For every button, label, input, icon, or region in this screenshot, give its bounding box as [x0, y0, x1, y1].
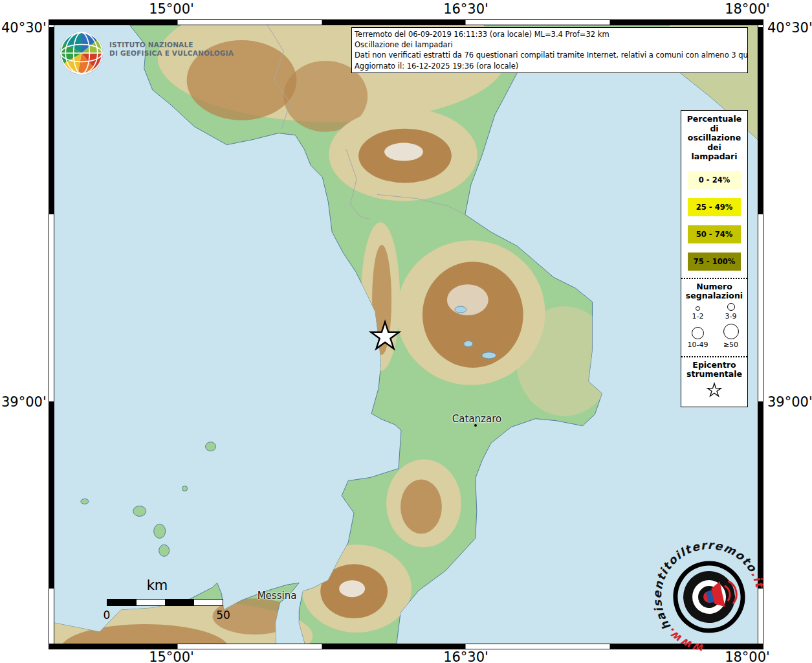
- siren-target-icon: www.haisentitoilterremoto.it: [634, 522, 784, 663]
- frame-tick-band-left: [49, 20, 54, 649]
- axis-label-lat: 40°30': [767, 20, 812, 36]
- signal-size-item: 10-49: [681, 324, 714, 349]
- event-effect-line: Oscillazione dei lampadari: [355, 39, 745, 50]
- signal-size-item: 3-9: [714, 303, 747, 320]
- axis-label-lon: 18°00': [725, 649, 770, 663]
- signal-size-label: 3-9: [725, 312, 737, 320]
- scalebar-segment: [194, 600, 223, 605]
- signal-size-label: ≥50: [723, 341, 738, 349]
- event-info-box: Terremoto del 06-09-2019 16:11:33 (ora l…: [351, 27, 748, 73]
- lake-cecita: [455, 306, 466, 313]
- signal-size-item: 1-2: [681, 303, 714, 320]
- signal-size-item: ≥50: [714, 324, 747, 349]
- signal-circle-icon: [727, 303, 735, 311]
- event-updated-line: Aggiornato il: 16-12-2025 19:36 (ora loc…: [355, 61, 745, 71]
- event-data-source-line: Dati non verificati estratti da 76 quest…: [355, 50, 745, 60]
- ingv-globe-icon: [60, 31, 104, 75]
- aeolian-island-stromboli: [206, 442, 216, 451]
- scalebar-segment: [107, 600, 137, 605]
- lake-arvo: [464, 341, 473, 346]
- scalebar-segment: [137, 600, 166, 605]
- aeolian-island-panarea: [182, 486, 188, 491]
- scalebar-segment: [165, 600, 194, 605]
- ingv-wordmark-line2: DI GEOFISICA E VULCANOLOGIA: [109, 49, 234, 58]
- aeolian-island-salina: [133, 506, 146, 516]
- legend-title-line: Percentuale: [681, 115, 747, 124]
- scalebar-unit-label: km: [147, 578, 168, 593]
- macroseismic-map-page: 15°00' 16°30' 18°00' 15°00' 16°30' 18°00…: [0, 0, 812, 663]
- axis-label-lon: 18°00': [725, 1, 770, 17]
- legend-title-line: lampadari: [681, 152, 747, 162]
- legend-separator: [681, 356, 747, 357]
- legend-separator: [681, 278, 747, 279]
- axis-label-lon: 16°30': [443, 649, 488, 663]
- axis-label-lat: 39°00': [767, 394, 812, 410]
- lake-ampollino: [482, 352, 496, 359]
- signal-size-grid: 1-2 3-9 10-49 ≥50: [681, 303, 747, 349]
- aeolian-island-lipari: [154, 524, 166, 538]
- axis-label-lat: 40°30': [1, 20, 44, 36]
- frame-tick-band-top: [49, 20, 763, 25]
- terrain-sila-peak: [447, 284, 488, 315]
- ingv-wordmark-line1: ISTITUTO NAZIONALE: [109, 41, 234, 49]
- legend-title-line: di: [681, 124, 747, 134]
- axis-label-lon: 15°00': [149, 1, 194, 17]
- scalebar-max-label: 50: [216, 609, 230, 622]
- signal-circle-icon: [723, 324, 739, 339]
- ingv-logo: ISTITUTO NAZIONALE DI GEOFISICA E VULCAN…: [60, 31, 234, 75]
- signal-circle-icon: [692, 327, 704, 339]
- legend-box: Percentuale di oscillazione dei lampadar…: [681, 110, 748, 407]
- signal-size-label: 10-49: [688, 341, 708, 349]
- city-marker-catanzaro: [474, 424, 477, 427]
- legend-epicenter-title: Epicentro: [681, 361, 747, 370]
- terrain-pollino-peak: [384, 143, 423, 161]
- legend-signals-title: Numero: [681, 282, 747, 292]
- legend-title-line: dei: [681, 143, 747, 153]
- signal-circle-icon: [696, 306, 700, 311]
- scalebar: [107, 599, 223, 606]
- legend-epicenter-title: strumentale: [681, 370, 747, 379]
- city-label-catanzaro: Catanzaro: [452, 413, 501, 425]
- city-label-messina: Messina: [258, 590, 297, 601]
- epicenter-star-icon: [705, 382, 724, 399]
- legend-class-swatch: 75 - 100%: [688, 253, 741, 271]
- aeolian-island-vulcano: [159, 545, 170, 556]
- terrain-serre: [401, 480, 442, 534]
- legend-title-line: oscillazione: [681, 133, 747, 143]
- haisentitoilterremoto-logo: www.haisentitoilterremoto.it: [634, 522, 784, 663]
- legend-class-swatch: 0 - 24%: [688, 171, 741, 189]
- ingv-wordmark: ISTITUTO NAZIONALE DI GEOFISICA E VULCAN…: [109, 41, 234, 75]
- axis-label-lon: 16°30': [443, 1, 488, 17]
- aeolian-island-filicudi: [81, 499, 89, 504]
- legend-signals-title: segnalazioni: [681, 291, 747, 301]
- event-summary-line: Terremoto del 06-09-2019 16:11:33 (ora l…: [355, 29, 745, 39]
- signal-size-label: 1-2: [692, 312, 704, 320]
- axis-label-lat: 39°00': [1, 394, 44, 410]
- legend-class-swatch: 25 - 49%: [688, 198, 741, 216]
- terrain-aspromonte-peak: [339, 580, 365, 597]
- axis-label-lon: 15°00': [149, 649, 194, 663]
- legend-class-swatch: 50 - 74%: [688, 225, 741, 243]
- scalebar-min-label: 0: [104, 609, 111, 622]
